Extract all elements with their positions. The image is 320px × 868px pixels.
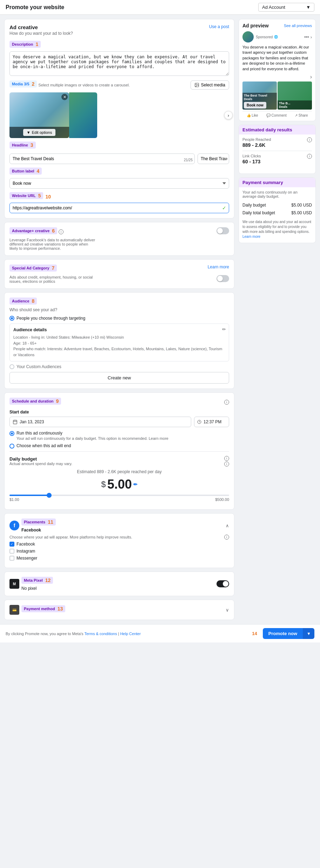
special-ad-badge-label: Special Ad Category bbox=[12, 266, 49, 270]
media-next-button[interactable]: › bbox=[224, 111, 233, 119]
see-all-previews-link[interactable]: See all previews bbox=[284, 24, 312, 28]
more-options-icon[interactable]: ••• bbox=[304, 34, 309, 40]
placements-info-icon[interactable]: i bbox=[224, 535, 229, 540]
special-ad-badge-number: 7 bbox=[52, 265, 55, 271]
promote-dropdown-button[interactable]: ▼ bbox=[303, 628, 314, 639]
sponsored-globe-icon: 🌐 bbox=[274, 35, 278, 39]
custom-audience-row: Your Custom Audiences bbox=[9, 364, 229, 369]
custom-audience-label: Your Custom Audiences bbox=[16, 364, 61, 369]
budget-edit-icon[interactable]: ✏ bbox=[133, 482, 138, 487]
link-clicks-row: Link Clicks i 60 - 173 bbox=[242, 154, 312, 167]
payment-note: We use data about you and your ad accoun… bbox=[242, 220, 312, 239]
run-continuously-label: Run this ad continuously bbox=[16, 431, 168, 436]
step-number: 14 bbox=[252, 631, 257, 636]
profile-avatar bbox=[242, 31, 254, 43]
start-date-label: Start date bbox=[9, 410, 229, 415]
meta-pixel-label: No pixel bbox=[21, 586, 53, 591]
payment-method-badge: Payment method 13 bbox=[21, 605, 65, 612]
range-thumb[interactable] bbox=[47, 493, 52, 498]
close-preview-icon[interactable]: › bbox=[311, 34, 312, 40]
book-now-preview-button[interactable]: Book now bbox=[244, 102, 266, 109]
preview-title: Ad preview bbox=[242, 23, 269, 28]
separator: | bbox=[118, 632, 119, 636]
budget-section: Daily budget Actual amount spend daily m… bbox=[9, 455, 229, 502]
headline-input[interactable] bbox=[9, 154, 195, 164]
comment-action[interactable]: 💬 Comment bbox=[266, 113, 287, 117]
meta-pixel-toggle[interactable] bbox=[216, 580, 229, 587]
help-center-link[interactable]: Help Center bbox=[120, 632, 141, 636]
targeting-radio[interactable] bbox=[9, 316, 14, 321]
advantage-info-icon[interactable]: i bbox=[59, 229, 64, 234]
create-new-button[interactable]: Create new bbox=[9, 372, 229, 384]
special-ad-badge: Special Ad Category 7 bbox=[9, 265, 57, 272]
audience-badge-number: 8 bbox=[32, 298, 35, 304]
placements-collapse-button[interactable]: ∧ bbox=[226, 523, 229, 528]
promote-now-button[interactable]: Promote now bbox=[263, 628, 303, 639]
placement-instagram-label: Instagram bbox=[16, 549, 35, 554]
audience-details-text: Location - living in: United States: Mil… bbox=[13, 334, 225, 358]
audience-details-card: Audience details ✏ Location - living in:… bbox=[9, 324, 229, 361]
website-url-input[interactable] bbox=[9, 203, 229, 213]
placements-badge-number: 11 bbox=[48, 519, 53, 525]
preview-next-icon[interactable]: › bbox=[310, 74, 312, 80]
media-carousel: ✕ ▼ Edit options › bbox=[9, 92, 229, 138]
media-badge: Media 3/5 2 bbox=[9, 80, 37, 87]
like-action[interactable]: 👍 Like bbox=[247, 113, 258, 117]
instagram-checkbox[interactable] bbox=[9, 549, 14, 554]
description-badge: Description 1 bbox=[9, 41, 41, 48]
run-continuously-radio[interactable] bbox=[9, 431, 14, 436]
payment-learn-more-link[interactable]: Learn more bbox=[242, 235, 260, 239]
media-close-icon[interactable]: ✕ bbox=[61, 94, 68, 100]
budget-info-icon-2[interactable]: i bbox=[224, 462, 229, 466]
time-input[interactable]: 12:37 PM bbox=[194, 417, 229, 427]
share-action[interactable]: ↗ Share bbox=[295, 113, 308, 117]
ad-account-selector[interactable]: Ad Account ▼ bbox=[258, 3, 314, 12]
ad-creative-card: Ad creative How do you want your ad to l… bbox=[4, 19, 234, 218]
advantage-toggle[interactable] bbox=[216, 227, 229, 234]
choose-end-label: Choose when this ad will end bbox=[16, 443, 71, 448]
messenger-checkbox[interactable] bbox=[9, 556, 14, 561]
link-clicks-value: 60 - 173 bbox=[242, 159, 312, 164]
meta-pixel-badge: Meta Pixel 12 bbox=[21, 577, 53, 584]
preview-image-left: The Best Travel Deals Book now bbox=[242, 81, 277, 110]
time-value: 12:37 PM bbox=[204, 419, 221, 424]
ad-creative-subtitle: How do you want your ad to look? bbox=[9, 31, 73, 36]
estimated-results-card: Estimated daily results People Reached i… bbox=[239, 125, 316, 174]
edit-options-button[interactable]: ▼ Edit options bbox=[23, 129, 55, 136]
headline-badge-number: 3 bbox=[31, 142, 33, 148]
payment-method-row[interactable]: 💳 Payment method 13 ∨ bbox=[9, 605, 229, 615]
people-reached-info-icon[interactable]: i bbox=[307, 137, 312, 142]
schedule-badge-number: 9 bbox=[56, 398, 59, 404]
facebook-checkbox[interactable]: ✓ bbox=[9, 542, 14, 547]
schedule-info-icon[interactable]: i bbox=[224, 400, 229, 405]
dropdown-small-icon: ▼ bbox=[27, 130, 31, 135]
terms-link[interactable]: Terms & conditions bbox=[84, 632, 117, 636]
audience-badge-label: Audience bbox=[12, 299, 29, 303]
placement-facebook-row: ✓ Facebook bbox=[9, 542, 229, 547]
special-ad-toggle[interactable] bbox=[216, 275, 229, 282]
description-textarea[interactable]: You deserve a magical vacation, but we k… bbox=[9, 51, 229, 76]
range-min: $1.00 bbox=[9, 497, 19, 502]
bottom-terms: By clicking Promote now, you agree to Me… bbox=[6, 632, 141, 636]
range-max: $500.00 bbox=[215, 497, 229, 502]
payment-method-card: 💳 Payment method 13 ∨ bbox=[4, 600, 234, 620]
placements-info-text: Choose where your ad will appear. More p… bbox=[9, 535, 132, 539]
page-title: Promote your website bbox=[6, 4, 64, 11]
use-post-link[interactable]: Use a post bbox=[209, 24, 229, 29]
link-clicks-info-icon[interactable]: i bbox=[307, 154, 312, 159]
left-panel: Ad creative How do you want your ad to l… bbox=[4, 19, 234, 620]
special-ad-learn-more[interactable]: Learn more bbox=[208, 265, 229, 269]
custom-audience-radio[interactable] bbox=[9, 364, 14, 369]
preview-images: The Best Travel Deals Book now The B...D… bbox=[242, 81, 312, 110]
choose-end-option: Choose when this ad will end bbox=[9, 443, 229, 449]
special-ad-category-card: Special Ad Category 7 Learn more Ads abo… bbox=[4, 259, 234, 289]
headline-preview-input[interactable] bbox=[198, 154, 229, 164]
date-input[interactable]: Jan 13, 2023 bbox=[9, 417, 191, 427]
payment-summary-description: Your ad runs continuously on an average … bbox=[242, 190, 312, 198]
budget-info-icon-1[interactable]: i bbox=[224, 456, 229, 461]
daily-total-label: Daily total budget bbox=[242, 210, 275, 215]
select-media-button[interactable]: Select media bbox=[191, 80, 229, 90]
audience-edit-pencil-icon[interactable]: ✏ bbox=[222, 327, 226, 332]
choose-end-radio[interactable] bbox=[9, 444, 14, 449]
button-label-select[interactable]: Book now bbox=[9, 178, 229, 189]
